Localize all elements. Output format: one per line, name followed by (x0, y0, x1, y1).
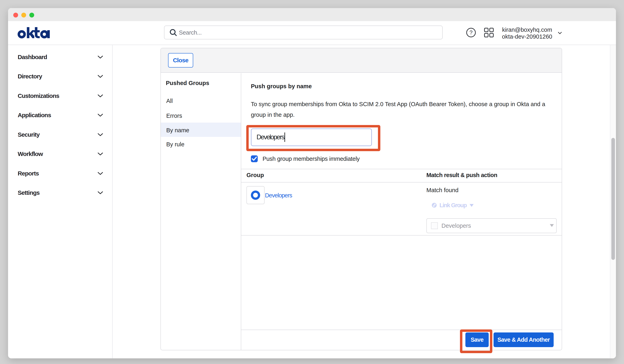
svg-text:?: ? (469, 29, 473, 36)
